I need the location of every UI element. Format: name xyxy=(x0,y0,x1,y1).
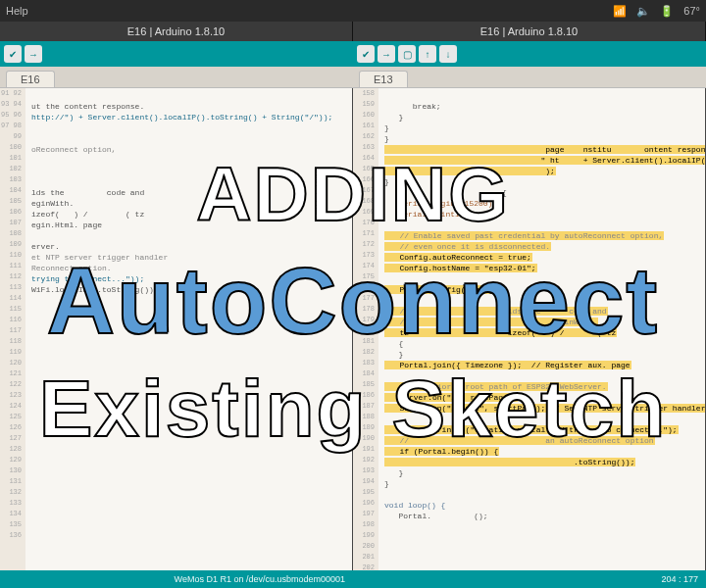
highlighted-line: Server.on("/start", startPage); // Set N… xyxy=(384,404,706,413)
upload-button[interactable]: → xyxy=(378,45,395,63)
window-titles: E16 | Arduino 1.8.10 E16 | Arduino 1.8.1… xyxy=(0,22,706,41)
highlighted-line: " ht + Server.client().localIP().toStrin… xyxy=(384,156,706,165)
code-editor-right[interactable]: 158 159 160 161 162 163 164 165 166 167 … xyxy=(353,88,706,578)
highlighted-line: Config.autoReconnect = true; xyxy=(384,253,532,262)
tab-right-sketch[interactable]: E13 xyxy=(359,71,408,87)
arduino-toolbar: ✔ → ✔ → ▢ ↑ ↓ xyxy=(0,41,706,67)
window-title-right: E16 | Arduino 1.8.10 xyxy=(353,22,706,41)
menu-help[interactable]: Help xyxy=(6,5,28,17)
highlighted-line: ); xyxy=(384,167,556,175)
window-title-left: E16 | Arduino 1.8.10 xyxy=(0,22,353,41)
wifi-icon[interactable]: 📶 xyxy=(613,5,627,18)
status-right: 204 : 177 xyxy=(353,570,706,588)
highlighted-line: // even once it is disconnected. xyxy=(384,242,551,251)
highlighted-line: .toString()); xyxy=(384,458,635,466)
highlighted-line: Server.on("/", rootPage); xyxy=(384,393,518,402)
editors: 91 92 93 94 95 96 97 98 99 100 101 102 1… xyxy=(0,88,706,578)
highlighted-line: page nstitu ontent response. xyxy=(384,145,706,154)
highlighted-line: // Enable saved past credential by autoR… xyxy=(384,231,664,240)
open-button[interactable]: ↑ xyxy=(419,45,436,63)
highlighted-line: Serial.println("Creating portal and tryi… xyxy=(384,425,679,434)
code-content: break; } } } page nstitu ontent response… xyxy=(353,88,705,532)
highlighted-line: Config.hostName = "esp32-01"; xyxy=(384,264,537,272)
verify-button[interactable]: ✔ xyxy=(357,45,375,63)
highlighted-line: Portal.config(Config); xyxy=(384,285,504,294)
line-gutter: 91 92 93 94 95 96 97 98 99 100 101 102 1… xyxy=(0,88,25,578)
status-left: WeMos D1 R1 on /dev/cu.usbmodem00001 xyxy=(0,570,353,588)
code-editor-left[interactable]: 91 92 93 94 95 96 97 98 99 100 101 102 1… xyxy=(0,88,353,578)
verify-button[interactable]: ✔ xyxy=(4,45,22,63)
highlighted-line: // eginWith. xyxy=(384,318,598,326)
highlighted-line: Portal.join({ Timezone }); // Register a… xyxy=(384,361,631,369)
line-gutter: 158 159 160 161 162 163 164 165 166 167 … xyxy=(353,88,378,578)
status-bar: WeMos D1 R1 on /dev/cu.usbmodem00001 204… xyxy=(0,570,706,588)
battery-icon[interactable]: 🔋 xyxy=(660,5,674,18)
highlighted-line: // an autoReconnect option xyxy=(384,436,655,445)
highlighted-line: // lds the code and xyxy=(384,307,608,316)
highlighted-line: // Behavior a root path of ESP8266WebSer… xyxy=(384,382,608,391)
tab-left-sketch[interactable]: E16 xyxy=(6,71,55,87)
highlighted-line: tz izeof( ) / ( tz xyxy=(384,328,617,337)
highlighted-line: if (Portal.begin()) { xyxy=(384,447,499,456)
new-button[interactable]: ▢ xyxy=(398,45,416,63)
temperature-readout: 67° xyxy=(683,5,700,17)
upload-button[interactable]: → xyxy=(25,45,42,63)
sound-icon[interactable]: 🔈 xyxy=(636,5,650,18)
code-content: ut the content response. http://") + Ser… xyxy=(0,88,352,306)
save-button[interactable]: ↓ xyxy=(439,45,457,63)
os-topbar: Help 📶 🔈 🔋 67° xyxy=(0,0,706,22)
sketch-tabs: E16 E13 xyxy=(0,67,706,88)
